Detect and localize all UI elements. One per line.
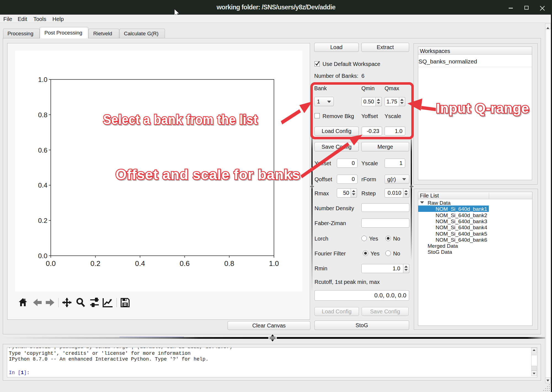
svg-text:0.8: 0.8 bbox=[38, 111, 47, 119]
svg-text:1.0: 1.0 bbox=[38, 76, 47, 83]
svg-text:0.6: 0.6 bbox=[180, 259, 190, 268]
svg-text:1.0: 1.0 bbox=[269, 259, 279, 268]
svg-text:0.4: 0.4 bbox=[38, 182, 47, 189]
svg-text:0.6: 0.6 bbox=[38, 146, 47, 154]
svg-text:0.2: 0.2 bbox=[38, 217, 47, 224]
svg-text:0.0: 0.0 bbox=[46, 259, 56, 268]
svg-text:0.0: 0.0 bbox=[38, 252, 47, 260]
svg-text:0.8: 0.8 bbox=[224, 259, 234, 268]
svg-text:0.2: 0.2 bbox=[90, 259, 100, 268]
svg-text:0.4: 0.4 bbox=[135, 259, 145, 268]
